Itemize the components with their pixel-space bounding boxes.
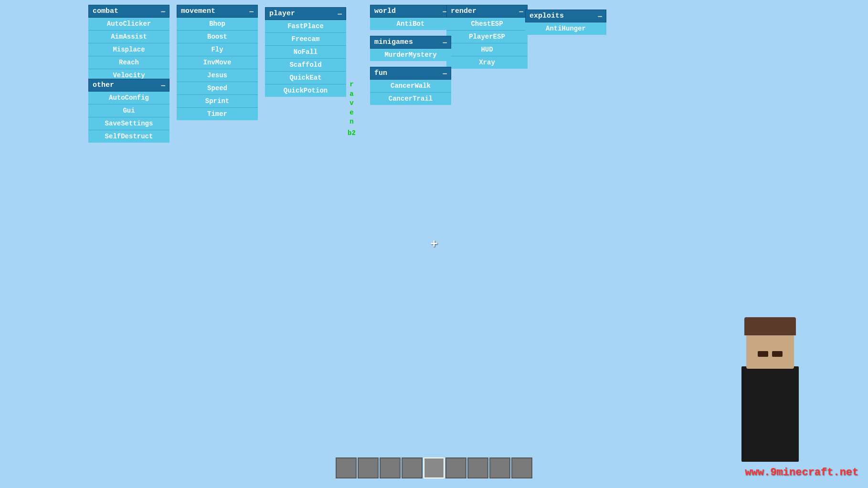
combat-minimize[interactable]: —	[161, 8, 165, 15]
render-minimize[interactable]: —	[519, 8, 523, 15]
panel-render: render — ChestESP PlayerESP HUD Xray	[446, 5, 528, 69]
panel-world: world — AntiBot	[370, 5, 451, 30]
exploits-label: exploits	[529, 12, 564, 20]
watermark-e: e	[349, 108, 353, 118]
watermark-r: r	[349, 80, 353, 90]
player-minimize[interactable]: —	[338, 10, 342, 18]
watermark-a: a	[349, 90, 353, 99]
hotbar-slot-6[interactable]	[445, 457, 466, 478]
movement-item-timer[interactable]: Timer	[177, 108, 258, 120]
hotbar-slot-9[interactable]	[511, 457, 532, 478]
combat-item-autoclicker[interactable]: AutoClicker	[88, 18, 169, 31]
watermark-n: n	[349, 117, 353, 127]
fun-minimize[interactable]: —	[443, 70, 447, 77]
crosshair: +	[430, 237, 438, 251]
watermark-version: b2	[348, 129, 356, 138]
other-item-selfdestruct[interactable]: SelfDestruct	[88, 130, 169, 143]
player-label: player	[269, 10, 295, 18]
panel-movement: movement — Bhop Boost Fly InvMove Jesus …	[177, 5, 258, 120]
player-item-quickeat[interactable]: QuickEat	[265, 72, 346, 84]
other-item-gui[interactable]: Gui	[88, 104, 169, 117]
fun-item-cancertrail[interactable]: CancerTrail	[370, 93, 451, 105]
website-watermark: www.9minecraft.net	[745, 467, 858, 478]
render-item-playeresp[interactable]: PlayerESP	[446, 31, 528, 43]
other-header: other —	[88, 79, 169, 92]
mc-character	[718, 304, 823, 462]
other-item-autoconfig[interactable]: AutoConfig	[88, 92, 169, 104]
other-label: other	[93, 81, 114, 89]
movement-item-fly[interactable]: Fly	[177, 43, 258, 56]
hotbar-slot-7[interactable]	[467, 457, 488, 478]
render-label: render	[451, 7, 476, 15]
render-header: render —	[446, 5, 528, 18]
panel-player: player — FastPlace Freecam NoFall Scaffo…	[265, 7, 346, 97]
fun-label: fun	[374, 69, 387, 77]
hotbar-slot-8[interactable]	[489, 457, 510, 478]
movement-item-jesus[interactable]: Jesus	[177, 69, 258, 82]
exploits-minimize[interactable]: —	[598, 12, 602, 20]
minigames-header: minigames —	[370, 36, 451, 49]
combat-item-aimassist[interactable]: AimAssist	[88, 31, 169, 43]
fun-item-cancerwalk[interactable]: CancerWalk	[370, 80, 451, 93]
player-item-nofall[interactable]: NoFall	[265, 46, 346, 59]
movement-item-invmove[interactable]: InvMove	[177, 56, 258, 69]
movement-item-boost[interactable]: Boost	[177, 31, 258, 43]
movement-item-sprint[interactable]: Sprint	[177, 95, 258, 108]
fun-header: fun —	[370, 67, 451, 80]
hotbar-slot-1[interactable]	[336, 457, 357, 478]
panel-other: other — AutoConfig Gui SaveSettings Self…	[88, 79, 169, 143]
movement-header: movement —	[177, 5, 258, 18]
movement-minimize[interactable]: —	[250, 8, 254, 15]
combat-label: combat	[93, 7, 118, 15]
minigames-minimize[interactable]: —	[443, 39, 447, 46]
render-item-hud[interactable]: HUD	[446, 43, 528, 56]
render-item-xray[interactable]: Xray	[446, 56, 528, 69]
hotbar-slot-4[interactable]	[402, 457, 423, 478]
minigames-item-murdermystery[interactable]: MurderMystery	[370, 49, 451, 61]
combat-header: combat —	[88, 5, 169, 18]
render-item-chestesp[interactable]: ChestESP	[446, 18, 528, 31]
world-header: world —	[370, 5, 451, 18]
player-header: player —	[265, 7, 346, 20]
hotbar-slot-3[interactable]	[380, 457, 401, 478]
minigames-label: minigames	[374, 38, 413, 46]
panel-fun: fun — CancerWalk CancerTrail	[370, 67, 451, 105]
movement-item-speed[interactable]: Speed	[177, 82, 258, 95]
panel-combat: combat — AutoClicker AimAssist Misplace …	[88, 5, 169, 82]
player-item-freecam[interactable]: Freecam	[265, 33, 346, 46]
hotbar	[336, 457, 532, 478]
exploits-item-antihunger[interactable]: AntiHunger	[525, 22, 606, 35]
combat-item-reach[interactable]: Reach	[88, 56, 169, 69]
other-minimize[interactable]: —	[161, 82, 165, 89]
exploits-header: exploits —	[525, 10, 606, 22]
combat-item-misplace[interactable]: Misplace	[88, 43, 169, 56]
movement-item-bhop[interactable]: Bhop	[177, 18, 258, 31]
gui-container: combat — AutoClicker AimAssist Misplace …	[0, 0, 868, 488]
watermark-v: v	[349, 99, 353, 108]
panel-exploits: exploits — AntiHunger	[525, 10, 606, 35]
player-item-fastplace[interactable]: FastPlace	[265, 20, 346, 33]
other-item-savesettings[interactable]: SaveSettings	[88, 117, 169, 130]
player-item-quickpotion[interactable]: QuickPotion	[265, 84, 346, 97]
panel-minigames: minigames — MurderMystery	[370, 36, 451, 61]
world-label: world	[374, 7, 396, 15]
hotbar-slot-5[interactable]	[423, 457, 445, 478]
player-item-scaffold[interactable]: Scaffold	[265, 59, 346, 72]
movement-label: movement	[181, 7, 215, 15]
world-item-antibot[interactable]: AntiBot	[370, 18, 451, 30]
hotbar-slot-2[interactable]	[358, 457, 379, 478]
